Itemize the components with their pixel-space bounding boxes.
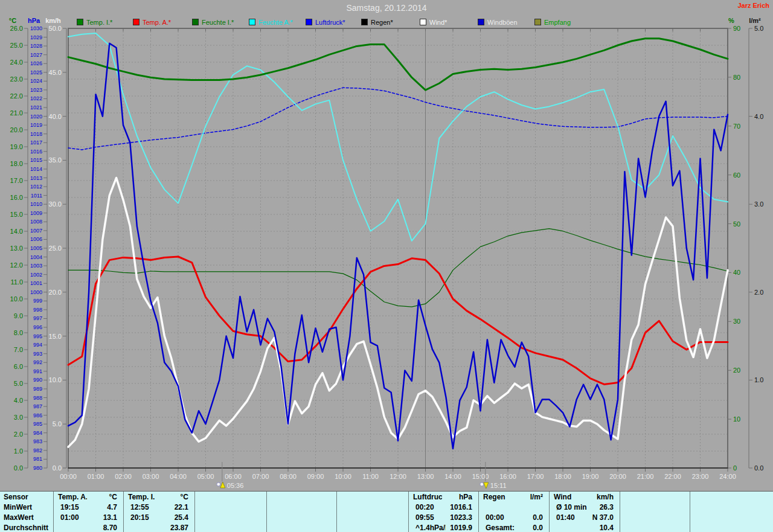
table-cell-value: 13.1 <box>81 513 122 523</box>
x-axis-hour-label: 09:00 <box>307 473 324 480</box>
hpa-axis-tick-label: 996 <box>33 324 42 330</box>
table-cell-value: 23.87 <box>152 523 193 532</box>
hpa-axis-tick-label: 1007 <box>30 228 42 234</box>
table-cell-value: 8.70 <box>81 523 122 532</box>
hpa-axis-tick-label: 992 <box>33 359 42 365</box>
hpa-axis-tick-label: 1018 <box>30 131 42 137</box>
table-column-divider <box>194 492 195 532</box>
hpa-axis-tick-label: 1021 <box>30 104 42 111</box>
x-axis-hour-label: 12:00 <box>390 473 406 480</box>
hpa-axis-tick-label: 1004 <box>30 254 42 260</box>
hpa-axis-tick-label: 989 <box>33 386 42 392</box>
hpa-axis-tick-label: 998 <box>33 307 42 313</box>
lm2-axis-tick-label: 0.0 <box>754 464 763 472</box>
table-column-unit: hPa <box>441 492 477 502</box>
temp-axis-tick-label: 26.0 <box>10 25 23 32</box>
temp-axis-tick-label: 16.0 <box>10 194 23 201</box>
temp-axis-tick-label: 20.0 <box>10 126 23 133</box>
temp-axis-tick-label: 25.0 <box>10 42 23 49</box>
x-axis-hour-label: 18:00 <box>554 473 571 480</box>
table-column-title: Temp. I. <box>123 492 158 502</box>
temp-axis-tick-label: 10.0 <box>10 295 23 303</box>
pct-axis-tick-label: 50 <box>733 220 740 228</box>
table-cell-value: 0.0 <box>507 513 548 523</box>
table-column-unit: °C <box>86 492 122 502</box>
temp-axis-tick-label: 17.0 <box>10 177 23 184</box>
pct-axis-tick-label: 0 <box>733 464 737 472</box>
moonset-arrow-icon <box>484 482 489 489</box>
hpa-axis-tick-label: 983 <box>33 438 42 444</box>
hpa-axis-tick-label: 1028 <box>30 43 42 49</box>
hpa-axis-tick-label: 1001 <box>30 280 42 286</box>
lm2-axis-tick-label: 4.0 <box>754 113 763 120</box>
kmh-axis-tick-label: 50.0 <box>49 25 62 32</box>
moon-icon <box>480 482 484 486</box>
x-axis-hour-label: 20:00 <box>609 473 626 480</box>
x-axis-hour-label: 08:00 <box>280 473 297 480</box>
x-axis-hour-label: 10:00 <box>335 473 351 480</box>
pct-axis-tick-label: 60 <box>733 171 740 179</box>
hpa-axis-tick-label: 1017 <box>30 139 42 146</box>
pct-axis-tick-label: 20 <box>733 367 740 374</box>
kmh-axis-tick-label: 35.0 <box>49 156 62 164</box>
lm2-axis-tick-label: 3.0 <box>754 200 763 208</box>
hpa-axis-tick-label: 1024 <box>30 78 42 84</box>
hpa-axis-tick-label: 985 <box>33 421 42 427</box>
kmh-axis-tick-label: 40.0 <box>49 113 62 120</box>
hpa-axis-tick-label: 1015 <box>30 157 42 163</box>
pct-axis-tick-label: 80 <box>733 74 740 81</box>
temp-axis-tick-label: 0.0 <box>14 464 23 472</box>
x-axis-hour-label: 21:00 <box>637 473 654 480</box>
moonrise-arrow-icon <box>220 482 225 488</box>
hpa-axis-tick-label: 1011 <box>31 193 42 199</box>
hpa-axis-tick-label: 994 <box>33 342 42 348</box>
hpa-axis-tick-label: 982 <box>33 447 42 453</box>
temp-axis-tick-label: 22.0 <box>10 92 23 100</box>
moon-marker-time: 15:11 <box>490 482 507 489</box>
table-column-divider <box>266 492 267 532</box>
hpa-axis-tick-label: 1012 <box>30 184 42 190</box>
hpa-axis-tick-label: 988 <box>33 395 42 401</box>
hpa-axis-tick-label: 1022 <box>30 95 42 101</box>
hpa-axis-tick-label: 1002 <box>30 272 42 278</box>
pct-axis-tick-label: 30 <box>733 318 740 325</box>
hpa-axis-tick-label: 1020 <box>30 114 42 120</box>
hpa-axis-tick-label: 1030 <box>30 25 42 31</box>
hpa-axis-tick-label: 1009 <box>30 210 42 216</box>
table-cell-value: 10.4 <box>577 523 618 532</box>
kmh-axis-tick-label: 0.0 <box>53 464 62 472</box>
pct-axis-tick-label: 10 <box>733 415 740 423</box>
temp-axis-tick-label: 3.0 <box>14 414 23 421</box>
temp-axis-tick-label: 19.0 <box>10 143 23 150</box>
table-cell-value: 1019.9 <box>436 523 477 532</box>
x-axis-hour-label: 02:00 <box>115 473 132 480</box>
hpa-axis-tick-label: 984 <box>33 430 42 436</box>
temp-axis-tick-label: 21.0 <box>10 109 23 117</box>
x-axis-hour-label: 00:00 <box>60 473 77 480</box>
x-axis-hour-label: 19:00 <box>582 473 599 480</box>
series-line-temp-i- <box>68 39 728 90</box>
temp-axis-tick-label: 7.0 <box>14 346 23 353</box>
hpa-axis-tick-label: 999 <box>33 298 42 304</box>
table-cell-value: N 37.0 <box>577 513 618 523</box>
x-axis-hour-label: 14:00 <box>444 473 461 480</box>
hpa-axis-tick-label: 1029 <box>30 34 42 40</box>
temp-axis-tick-label: 13.0 <box>10 245 23 252</box>
temp-axis-tick-label: 12.0 <box>10 261 23 269</box>
temp-axis-tick-label: 1.0 <box>14 447 23 455</box>
temp-axis-tick-label: 9.0 <box>14 312 23 319</box>
chart-plot-area[interactable]: 0.01.02.03.04.05.06.07.08.09.010.011.012… <box>0 0 773 491</box>
hpa-axis-tick-label: 1016 <box>30 149 42 155</box>
stats-table: SensorMinWertMaxWertDurchschnittTemp. A.… <box>0 491 773 532</box>
hpa-axis-tick-label: 1013 <box>30 175 42 181</box>
lm2-axis-tick-label: 1.0 <box>754 376 763 383</box>
table-column-divider <box>690 492 690 532</box>
hpa-axis-tick-label: 1026 <box>30 60 42 66</box>
x-axis-hour-label: 05:00 <box>197 473 214 480</box>
table-cell-value: 4.7 <box>81 502 122 513</box>
x-axis-hour-label: 16:00 <box>499 473 516 480</box>
weather-day-chart-window: Samstag, 20.12.2014 Jarz Erich °C hPa km… <box>0 0 773 532</box>
table-column-title: Regen <box>478 492 513 502</box>
hpa-axis-tick-label: 987 <box>33 403 42 409</box>
hpa-axis-tick-label: 1014 <box>30 166 42 172</box>
